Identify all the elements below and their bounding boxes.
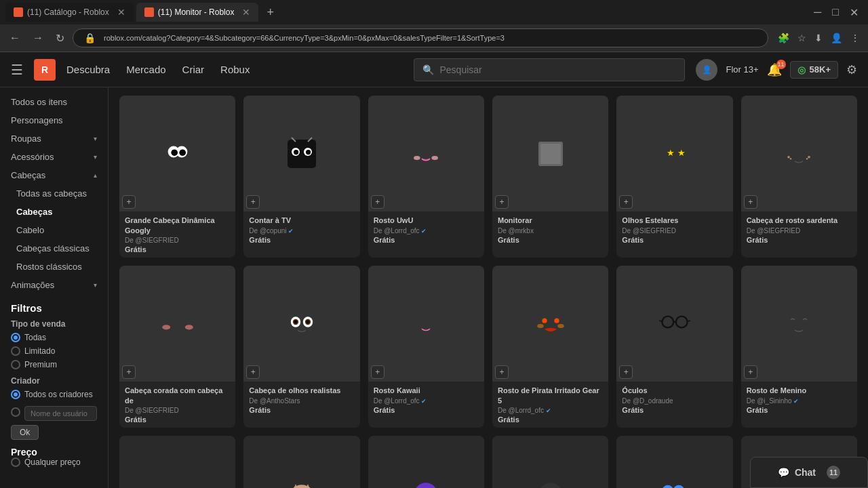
radio-all-creators[interactable]: Todos os criadores — [11, 390, 97, 399]
star-icon[interactable]: ☆ — [795, 30, 809, 46]
add-to-cart-icon[interactable]: + — [122, 195, 136, 209]
reload-button[interactable]: ↻ — [52, 29, 68, 47]
tab-close-1[interactable]: ✕ — [117, 7, 125, 18]
radio-premium[interactable]: Premium — [11, 360, 97, 369]
item-price: Grátis — [498, 236, 603, 244]
item-price: Grátis — [125, 245, 230, 253]
maximize-button[interactable]: □ — [828, 6, 843, 19]
close-window-button[interactable]: ✕ — [846, 6, 863, 19]
chat-label: Chat — [795, 467, 816, 478]
item-thumbnail: ★ ★ + — [616, 96, 732, 211]
item-image — [243, 96, 359, 211]
item-card[interactable]: + Óculos De @D_odraude Grátis — [616, 266, 732, 428]
username-input[interactable] — [24, 406, 97, 421]
search-input[interactable] — [439, 64, 676, 75]
item-card[interactable]: + Cabeça corada com cabeça de De @SIEGFR… — [119, 266, 235, 428]
hamburger-menu[interactable]: ☰ — [11, 62, 23, 78]
minimize-button[interactable]: ─ — [810, 6, 825, 19]
item-card[interactable]: + Grande Cabeça Dinâmica Googly De @SIEG… — [119, 96, 235, 258]
add-to-cart-icon[interactable]: + — [122, 365, 136, 379]
item-card[interactable]: + Rosto UwU De @Lorrd_ofc ✔ Grátis — [368, 96, 484, 258]
sidebar-item-animacoes[interactable]: Animações ▾ — [0, 276, 108, 294]
add-to-cart-icon[interactable]: + — [619, 365, 633, 379]
back-button[interactable]: ← — [5, 29, 24, 47]
menu-icon[interactable]: ⋮ — [848, 30, 863, 46]
item-thumbnail: + — [616, 266, 732, 382]
ok-button[interactable]: Ok — [11, 425, 39, 440]
address-bar[interactable]: 🔒 roblox.com/catalog?Category=4&Subcateg… — [73, 28, 768, 47]
sidebar-item-personagens[interactable]: Personagens — [0, 111, 108, 129]
item-price: Grátis — [374, 236, 479, 244]
radio-circle-all-creators — [11, 390, 20, 399]
tab-close-2[interactable]: ✕ — [242, 7, 250, 18]
sidebar-label-roupas: Roupas — [11, 134, 41, 144]
sidebar: Todos os itens Personagens Roupas ▾ Aces… — [0, 87, 108, 488]
notifications-button[interactable]: 🔔 11 — [767, 62, 782, 77]
nav-descubra[interactable]: Descubra — [66, 64, 110, 75]
item-name: Contar à TV — [249, 216, 354, 225]
item-card[interactable]: + Monitorar De @mrkbx Grátis — [492, 96, 608, 258]
item-creator: De @Lorrd_ofc ✔ — [498, 407, 603, 414]
svg-point-7 — [294, 150, 298, 155]
add-to-cart-icon[interactable]: + — [495, 365, 509, 379]
item-card[interactable]: + Rosto Kawaii De @Lorrd_ofc ✔ Grátis — [368, 266, 484, 428]
radio-any-price[interactable]: Qualquer preço — [11, 458, 97, 467]
tab-monitor[interactable]: (11) Monitor - Roblox ✕ — [136, 3, 259, 22]
sidebar-item-classicas[interactable]: Cabeças clássicas — [0, 239, 108, 258]
svg-point-37 — [662, 316, 673, 327]
radio-label-all-creators: Todos os criadores — [24, 390, 93, 399]
download-icon[interactable]: ⬇ — [812, 30, 825, 46]
item-image — [243, 436, 359, 488]
item-info: Grande Cabeça Dinâmica Googly De @SIEGFR… — [119, 211, 235, 258]
sidebar-item-cabecas[interactable]: Cabeças ▴ — [0, 166, 108, 184]
item-card[interactable]: + Item 15 De @creator Grátis — [368, 436, 484, 488]
forward-button[interactable]: → — [28, 29, 47, 47]
add-to-cart-icon[interactable]: + — [246, 195, 260, 209]
item-card[interactable]: ★ ★ + Olhos Estelares De @SIEGFRIED Grát… — [616, 96, 732, 258]
item-card[interactable]: + Item 14 De @creator Grátis — [243, 436, 359, 488]
item-card[interactable]: + Item 13 De @creator Grátis — [119, 436, 235, 488]
radio-limitado[interactable]: Limitado — [11, 346, 97, 356]
item-thumbnail: + — [492, 436, 608, 488]
nav-robux[interactable]: Robux — [220, 64, 250, 75]
add-to-cart-icon[interactable]: + — [246, 365, 260, 379]
item-card[interactable]: + Contar à TV De @copuni ✔ Grátis — [243, 96, 359, 258]
add-to-cart-icon[interactable]: + — [495, 195, 509, 209]
item-card[interactable]: + Cabeça de olhos realistas De @AnthoSta… — [243, 266, 359, 428]
svg-rect-14 — [540, 144, 561, 164]
tab-catalog[interactable]: (11) Catálogo - Roblox ✕ — [5, 3, 134, 22]
add-to-cart-icon[interactable]: + — [371, 195, 384, 209]
settings-icon[interactable]: ⚙ — [846, 62, 857, 77]
radio-todas[interactable]: Todas — [11, 333, 97, 342]
sidebar-item-all[interactable]: Todos os itens — [0, 93, 108, 111]
sidebar-label-personagens: Personagens — [11, 115, 63, 125]
item-creator: De @Lorrd_ofc ✔ — [374, 227, 479, 235]
robux-display[interactable]: ◎ 58K+ — [790, 61, 838, 79]
sidebar-item-cabecas-sub[interactable]: Cabeças — [0, 203, 108, 221]
sidebar-item-roupas[interactable]: Roupas ▾ — [0, 129, 108, 148]
search-bar[interactable]: 🔍 — [414, 58, 685, 81]
extensions-icon[interactable]: 🧩 — [775, 30, 792, 46]
item-card[interactable]: + Cabeça de rosto sardenta De @SIEGFRIED… — [741, 96, 857, 258]
add-to-cart-icon[interactable]: + — [371, 365, 384, 379]
sidebar-item-todas-cabecas[interactable]: Todas as cabeças — [0, 184, 108, 203]
item-card[interactable]: + Item 16 De @creator Grátis — [492, 436, 608, 488]
nav-criar[interactable]: Criar — [182, 64, 205, 75]
new-tab-button[interactable]: + — [261, 5, 279, 20]
sidebar-item-cabelo[interactable]: Cabelo — [0, 221, 108, 239]
logo-text: R — [41, 64, 48, 75]
radio-username[interactable] — [11, 403, 97, 421]
sidebar-item-rostos-classicos[interactable]: Rostos clássicos — [0, 258, 108, 276]
add-to-cart-icon[interactable]: + — [744, 365, 757, 379]
item-card[interactable]: + Item 17 De @creator Grátis — [616, 436, 732, 488]
chevron-down-icon: ▴ — [94, 171, 97, 179]
add-to-cart-icon[interactable]: + — [619, 195, 633, 209]
item-info: Monitorar De @mrkbx Grátis — [492, 211, 608, 247]
nav-mercado[interactable]: Mercado — [126, 64, 165, 75]
profile-icon[interactable]: 👤 — [828, 30, 845, 46]
item-card[interactable]: + Rosto de Pirata Irritado Gear 5 De @Lo… — [492, 266, 608, 428]
item-card[interactable]: + Rosto de Menino De @i_Sininho ✔ Grátis — [741, 266, 857, 428]
chat-button[interactable]: 💬 Chat 11 — [750, 457, 868, 488]
add-to-cart-icon[interactable]: + — [744, 195, 757, 209]
sidebar-item-acessorios[interactable]: Acessórios ▾ — [0, 148, 108, 166]
